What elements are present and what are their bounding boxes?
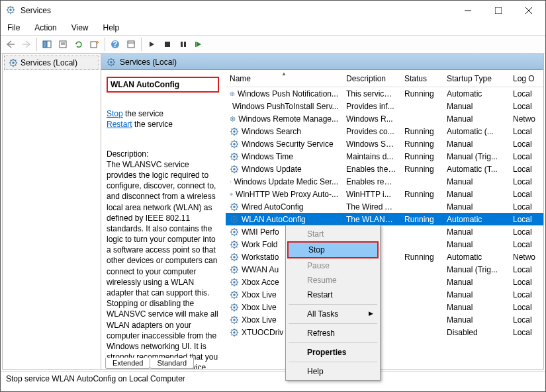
svg-rect-26: [184, 42, 186, 47]
svg-rect-24: [165, 42, 170, 47]
svg-rect-19: [91, 42, 97, 48]
col-name[interactable]: Name▲: [226, 71, 342, 86]
maximize-button[interactable]: [483, 1, 514, 20]
cm-refresh[interactable]: Refresh: [287, 326, 379, 340]
service-row[interactable]: Windows Search Provides co... Running Au…: [226, 125, 543, 137]
menubar: File Action View Help: [1, 20, 545, 35]
cm-start: Start: [287, 227, 379, 241]
service-row[interactable]: Windows Update Enables the ... Running A…: [226, 163, 543, 175]
tab-standard[interactable]: Standard: [150, 358, 194, 369]
sort-arrow-icon: ▲: [281, 71, 287, 77]
restart-service-button[interactable]: [192, 37, 206, 52]
stop-service-button[interactable]: [160, 37, 175, 52]
forward-button[interactable]: [19, 37, 34, 52]
gear-icon: [230, 114, 236, 124]
service-row[interactable]: Windows Security Service Windows Se... R…: [226, 137, 543, 150]
cm-properties[interactable]: Properties: [287, 345, 379, 360]
gear-icon: [230, 328, 239, 337]
close-button[interactable]: [514, 1, 544, 20]
gear-icon: [107, 58, 116, 67]
col-description[interactable]: Description: [342, 71, 400, 86]
tab-extended[interactable]: Extended: [105, 358, 150, 369]
service-row[interactable]: Xbox Live vice ... Manual Local: [226, 313, 543, 326]
service-row[interactable]: WMI Perfo s pe... Manual Local: [226, 225, 543, 238]
service-row[interactable]: Work Fold vice ... Manual Local: [226, 238, 543, 251]
svg-rect-25: [181, 42, 183, 47]
gear-icon: [230, 139, 239, 149]
service-row[interactable]: Windows Remote Manage... Windows R... Ma…: [226, 112, 543, 125]
properties-button[interactable]: [124, 37, 138, 52]
cm-resume: Resume: [287, 273, 379, 288]
cm-help[interactable]: Help: [287, 364, 379, 379]
list-header: Name▲ Description Status Startup Type Lo…: [226, 70, 543, 87]
menu-view[interactable]: View: [69, 22, 91, 34]
cm-stop[interactable]: Stop: [289, 243, 377, 257]
context-menu: Start Stop Pause Resume Restart All Task…: [285, 225, 381, 381]
tree-item-services-local[interactable]: Services (Local): [4, 56, 99, 70]
detail-pane: WLAN AutoConfig Stop the service Restart…: [101, 70, 226, 369]
gear-icon: [9, 58, 18, 67]
export-button[interactable]: [56, 37, 70, 52]
service-row[interactable]: Wired AutoConfig The Wired A... Manual L…: [226, 200, 543, 213]
service-list: Name▲ Description Status Startup Type Lo…: [226, 70, 543, 369]
pause-service-button[interactable]: [176, 37, 191, 52]
tabs: Extended Standard: [101, 354, 193, 369]
gear-icon: [230, 89, 235, 98]
service-row[interactable]: Workstatio and... Running Automatic Netw…: [226, 251, 543, 263]
svg-rect-11: [495, 7, 502, 14]
refresh-button[interactable]: [71, 37, 86, 52]
service-row[interactable]: Windows Time Maintains d... Running Manu…: [226, 150, 543, 163]
content-header: Services (Local): [101, 54, 543, 70]
statusbar-text: Stop service WLAN AutoConfig on Local Co…: [6, 374, 185, 383]
window-title: Services: [21, 6, 453, 15]
col-startup[interactable]: Startup Type: [443, 71, 509, 86]
gear-icon: [230, 177, 232, 186]
col-status[interactable]: Status: [400, 71, 443, 86]
description-label: Description:: [107, 149, 220, 159]
service-row[interactable]: Xbox Live vice ... Manual Local: [226, 301, 543, 313]
gear-icon: [230, 240, 239, 249]
svg-rect-22: [128, 41, 134, 48]
cm-pause: Pause: [287, 258, 379, 273]
service-row[interactable]: XTUOCDriv v... Disabled Local: [226, 326, 543, 338]
gear-icon: [230, 215, 239, 224]
service-row[interactable]: Windows Update Medic Ser... Enables rem.…: [226, 175, 543, 188]
export-list-button[interactable]: [87, 37, 102, 52]
toolbar: ?: [1, 35, 545, 54]
gear-icon: [230, 265, 239, 274]
content-header-label: Services (Local): [120, 58, 177, 67]
menu-action[interactable]: Action: [32, 22, 59, 34]
submenu-arrow-icon: ▶: [369, 310, 373, 317]
menu-help[interactable]: Help: [101, 22, 122, 34]
gear-icon: [230, 315, 239, 325]
gear-icon: [230, 202, 239, 212]
show-hide-button[interactable]: [40, 37, 54, 52]
back-button[interactable]: [3, 37, 18, 52]
service-row[interactable]: Xbox Live s au... Manual Local: [226, 288, 543, 301]
gear-icon: [230, 253, 239, 262]
gear-icon: [230, 290, 239, 299]
selected-service-title: WLAN AutoConfig: [107, 77, 219, 93]
gear-icon: [230, 303, 239, 312]
svg-rect-27: [195, 42, 197, 47]
service-row[interactable]: Xbox Acce vice ... Manual Local: [226, 276, 543, 288]
stop-link[interactable]: Stop: [107, 109, 123, 118]
help-button[interactable]: ?: [108, 37, 122, 52]
service-row[interactable]: WLAN AutoConfig The WLANS... Running Aut…: [226, 213, 543, 225]
svg-text:?: ?: [113, 40, 117, 49]
service-row[interactable]: Windows PushToInstall Serv... Provides i…: [226, 100, 543, 112]
col-logon[interactable]: Log O: [509, 71, 543, 86]
service-row[interactable]: WWAN Au vice ... Manual (Trig... Local: [226, 263, 543, 276]
start-service-button[interactable]: [144, 37, 159, 52]
minimize-button[interactable]: [453, 1, 483, 20]
menu-file[interactable]: File: [5, 22, 23, 34]
service-row[interactable]: WinHTTP Web Proxy Auto-... WinHTTP i... …: [226, 188, 543, 200]
gear-icon: [230, 127, 239, 136]
titlebar: Services: [1, 1, 545, 20]
cm-all-tasks[interactable]: All Tasks▶: [287, 307, 379, 321]
service-row[interactable]: Windows Push Notification... This servic…: [226, 87, 543, 100]
gear-icon: [230, 190, 233, 199]
restart-link[interactable]: Restart: [107, 120, 132, 129]
cm-restart[interactable]: Restart: [287, 288, 379, 302]
restart-link-line: Restart the service: [107, 119, 220, 130]
